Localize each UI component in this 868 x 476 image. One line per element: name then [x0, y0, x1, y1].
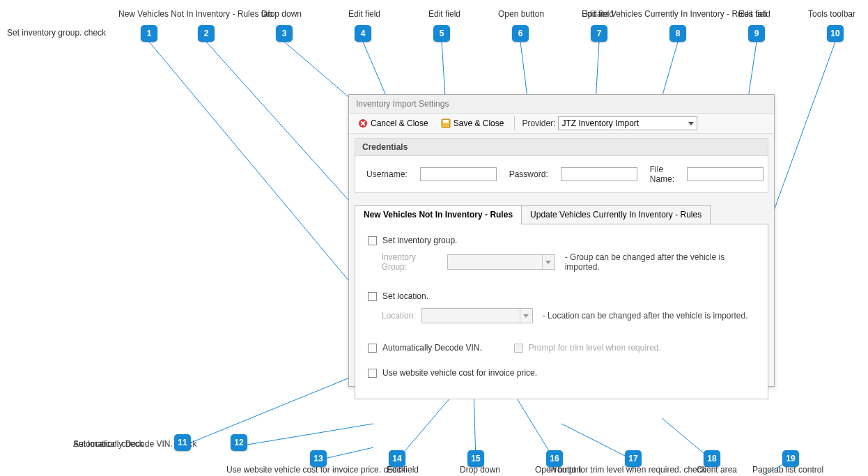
callout-badge: 11 — [174, 434, 191, 451]
inventory-group-hint: - Group can be changed after the vehicle… — [565, 252, 755, 272]
location-label: Location: — [382, 311, 416, 321]
callout-badge: 5 — [433, 25, 450, 42]
tab-new-vehicles-rules[interactable]: New Vehicles Not In Inventory - Rules — [355, 205, 522, 224]
cancel-icon — [358, 118, 368, 128]
location-open-button[interactable] — [520, 309, 532, 323]
callout-label: Open button — [498, 9, 544, 19]
location-hint: - Location can be changed after the vehi… — [543, 311, 748, 321]
username-input[interactable] — [420, 167, 497, 181]
callout-badge: 8 — [669, 25, 686, 42]
provider-dropdown[interactable]: JTZ Inventory Import — [558, 116, 697, 130]
callout-label: Tools toolbar — [808, 9, 855, 19]
callout-label: Drop down — [261, 9, 302, 19]
cancel-close-label: Cancel & Close — [371, 118, 428, 128]
use-website-cost-label: Use website vehicle cost for invoice pri… — [382, 368, 537, 378]
callout-label: Set inventory group. check — [7, 28, 106, 38]
filename-input[interactable] — [687, 167, 764, 181]
inventory-group-dropdown[interactable] — [447, 254, 555, 270]
svg-line-16 — [561, 424, 633, 460]
save-icon — [441, 118, 451, 128]
inventory-group-label: Inventory Group: — [382, 252, 442, 272]
callout-badge: 1 — [141, 25, 157, 42]
callout-badge: 17 — [625, 450, 642, 467]
callout-badge: 13 — [310, 450, 327, 467]
filename-label: File Name: — [650, 164, 674, 184]
auto-decode-vin-label: Automatically Decode VIN. — [382, 343, 482, 353]
save-close-label: Save & Close — [454, 118, 504, 128]
toolbar-separator — [514, 116, 515, 130]
cancel-close-button[interactable]: Cancel & Close — [353, 116, 433, 130]
inventory-group-open-button[interactable] — [542, 255, 555, 269]
callout-badge: 9 — [748, 25, 765, 42]
callout-badge: 19 — [782, 450, 799, 467]
callout-label: New Vehicles Not In Inventory - Rules ta… — [118, 9, 272, 19]
use-website-cost-checkbox[interactable] — [368, 369, 377, 378]
provider-label: Provider: — [522, 118, 555, 128]
prompt-trim-checkbox[interactable] — [514, 344, 523, 353]
callout-badge: 6 — [512, 25, 529, 42]
callout-badge: 12 — [231, 434, 247, 451]
save-close-button[interactable]: Save & Close — [436, 116, 509, 130]
set-location-checkbox[interactable] — [368, 292, 377, 301]
pagetab-list: New Vehicles Not In Inventory - Rules Up… — [355, 204, 768, 399]
callout-label: Edit field — [738, 9, 770, 19]
credentials-header: Credentials — [355, 139, 768, 156]
set-location-label: Set location. — [382, 291, 428, 301]
callout-badge: 4 — [355, 25, 371, 42]
location-dropdown[interactable] — [421, 308, 533, 323]
callout-label: Edit field — [428, 9, 460, 19]
svg-line-0 — [149, 42, 373, 310]
svg-line-9 — [772, 42, 835, 216]
username-label: Username: — [366, 169, 408, 179]
set-inventory-group-checkbox[interactable] — [368, 236, 377, 245]
credentials-panel: Credentials Username: Password: File Nam… — [355, 138, 768, 193]
svg-line-13 — [397, 392, 456, 460]
callout-badge: 10 — [827, 25, 844, 42]
dialog-title: Inventory Import Settings — [349, 95, 774, 114]
callout-badge: 7 — [591, 25, 607, 42]
password-input[interactable] — [561, 167, 637, 181]
inventory-import-settings-dialog: Inventory Import Settings Cancel & Close… — [348, 94, 775, 387]
callout-badge: 14 — [389, 450, 405, 467]
callout-label: Edit field — [348, 9, 380, 19]
prompt-trim-label: Prompt for trim level when required. — [529, 343, 661, 353]
callout-badge: 2 — [198, 25, 215, 42]
provider-value: JTZ Inventory Import — [561, 118, 639, 128]
set-inventory-group-label: Set inventory group. — [382, 236, 457, 245]
svg-rect-21 — [443, 120, 449, 123]
svg-line-10 — [183, 368, 373, 446]
callout-badge: 3 — [276, 25, 293, 42]
tab-update-vehicles-rules[interactable]: Update Vehicles Currently In Inventory -… — [521, 205, 711, 224]
callout-badge: 15 — [467, 450, 484, 467]
password-label: Password: — [509, 169, 548, 179]
tools-toolbar: Cancel & Close Save & Close Provider: JT… — [349, 114, 774, 134]
auto-decode-vin-checkbox[interactable] — [368, 344, 377, 353]
callout-badge: 16 — [546, 450, 563, 467]
callout-badge: 18 — [704, 450, 720, 467]
svg-line-11 — [239, 424, 373, 446]
client-area: Set inventory group. Inventory Group: - … — [355, 224, 768, 399]
